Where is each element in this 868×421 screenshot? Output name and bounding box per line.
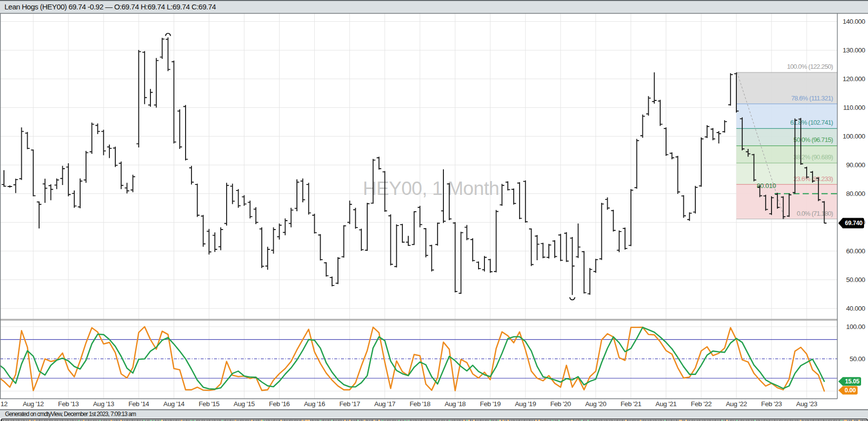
svg-text:100.00: 100.00: [846, 323, 865, 330]
svg-text:50.0% (96.715): 50.0% (96.715): [793, 136, 833, 143]
svg-text:140.000: 140.000: [843, 18, 865, 25]
svg-text:Aug '18: Aug '18: [444, 400, 466, 408]
svg-text:12: 12: [0, 400, 7, 408]
svg-text:Aug '16: Aug '16: [304, 400, 325, 408]
svg-text:0.00: 0.00: [845, 387, 856, 394]
svg-text:50.000: 50.000: [846, 276, 865, 283]
svg-text:60.000: 60.000: [846, 247, 865, 255]
svg-text:Generated on cmdtyView, Decemb: Generated on cmdtyView, December 1st 202…: [5, 411, 136, 418]
svg-text:HEY00, 1 Month: HEY00, 1 Month: [363, 178, 499, 199]
svg-text:69.740: 69.740: [845, 220, 863, 227]
svg-text:50.00: 50.00: [850, 355, 865, 363]
svg-text:90.000: 90.000: [846, 161, 865, 169]
svg-text:Aug '12: Aug '12: [23, 400, 44, 408]
svg-text:38.2% (90.689): 38.2% (90.689): [793, 153, 833, 161]
svg-text:100.0% (122.250): 100.0% (122.250): [787, 63, 833, 70]
svg-text:100.000: 100.000: [843, 133, 865, 140]
svg-text:Feb '15: Feb '15: [198, 400, 219, 408]
svg-text:Feb '21: Feb '21: [621, 400, 641, 408]
svg-text:78.6% (111.321): 78.6% (111.321): [791, 94, 833, 102]
svg-text:120.000: 120.000: [843, 75, 865, 83]
svg-text:Lean Hogs (HEY00) 69.74 -0.92: Lean Hogs (HEY00) 69.74 -0.92 — O:69.74 …: [4, 2, 216, 11]
svg-text:Feb '22: Feb '22: [691, 400, 712, 408]
svg-text:130.000: 130.000: [843, 47, 865, 54]
svg-text:80.000: 80.000: [846, 190, 865, 197]
svg-text:Feb '23: Feb '23: [761, 400, 782, 408]
svg-text:Aug '13: Aug '13: [93, 400, 114, 408]
svg-text:Aug '23: Aug '23: [796, 400, 818, 408]
svg-text:Feb '14: Feb '14: [128, 400, 149, 408]
svg-text:Aug '17: Aug '17: [374, 400, 395, 408]
svg-text:Feb '17: Feb '17: [339, 400, 360, 408]
svg-text:Aug '15: Aug '15: [234, 400, 255, 408]
svg-text:40.000: 40.000: [846, 305, 865, 312]
svg-text:Aug '20: Aug '20: [585, 400, 607, 408]
svg-text:Feb '18: Feb '18: [410, 400, 431, 408]
svg-text:Feb '16: Feb '16: [269, 400, 290, 408]
svg-text:Aug '14: Aug '14: [163, 400, 185, 408]
svg-text:Feb '20: Feb '20: [550, 400, 571, 408]
svg-text:110.000: 110.000: [843, 104, 865, 111]
svg-text:0.0% (71.180): 0.0% (71.180): [797, 210, 833, 217]
svg-text:15.05: 15.05: [845, 378, 860, 385]
svg-text:Feb '19: Feb '19: [480, 400, 501, 408]
svg-text:Aug '22: Aug '22: [726, 400, 747, 408]
svg-text:Aug '21: Aug '21: [656, 400, 677, 408]
svg-text:Aug '19: Aug '19: [515, 400, 536, 408]
svg-text:Feb '13: Feb '13: [58, 400, 79, 408]
